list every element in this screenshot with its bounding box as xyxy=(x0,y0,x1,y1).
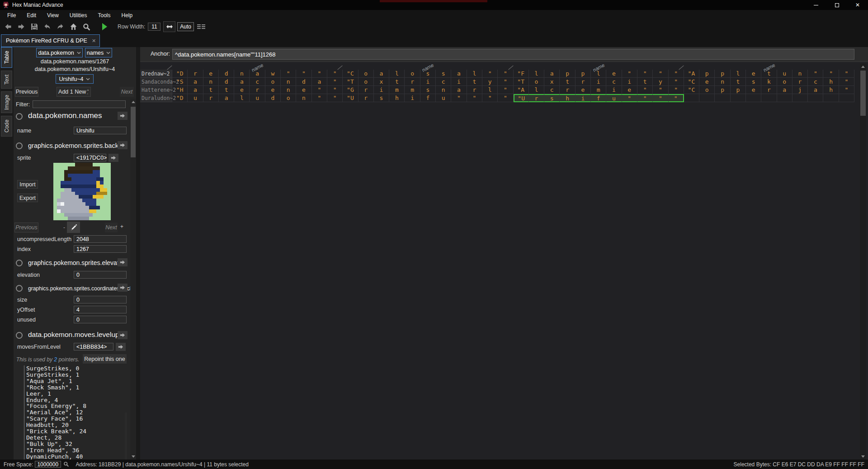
side-tab-table[interactable]: Table xyxy=(1,47,12,68)
hex-cell[interactable]: a xyxy=(188,86,203,94)
hex-cell[interactable] xyxy=(761,94,777,102)
levelup-section-radio[interactable] xyxy=(16,332,23,339)
hex-cell[interactable]: c xyxy=(544,86,560,94)
tab-pokemon-firered[interactable]: Pokémon FireRed CFRU & DPE ✕ xyxy=(1,34,100,47)
hex-cell[interactable]: "H xyxy=(172,86,188,94)
hex-cell[interactable]: r xyxy=(560,86,575,94)
hex-cell[interactable]: a xyxy=(808,86,823,94)
main-scrollbar[interactable] xyxy=(860,63,866,460)
hex-cell[interactable]: t xyxy=(467,78,482,86)
panel-splitter[interactable] xyxy=(136,47,140,460)
free-space-input[interactable]: 1000000 xyxy=(35,461,61,468)
hex-cell[interactable]: "C xyxy=(684,78,699,86)
hex-cell[interactable]: " xyxy=(622,94,637,102)
hex-cell[interactable]: f xyxy=(591,94,606,102)
hex-cell[interactable]: a xyxy=(374,70,389,78)
hex-cell[interactable]: h xyxy=(389,94,405,102)
hex-cell[interactable]: " xyxy=(669,94,684,102)
hex-cell[interactable]: " xyxy=(498,94,513,102)
next-page-button[interactable]: Next xyxy=(105,223,118,232)
hex-cell[interactable]: l xyxy=(389,70,405,78)
sprites-back-goto-button[interactable] xyxy=(118,141,127,149)
hex-cell[interactable]: n xyxy=(234,70,250,78)
names-section-radio[interactable] xyxy=(16,113,23,120)
hex-cell[interactable]: u xyxy=(777,70,793,78)
hex-cell[interactable]: s xyxy=(420,70,436,78)
hex-cell[interactable]: a xyxy=(188,78,203,86)
hex-cell[interactable]: o xyxy=(281,94,296,102)
hex-cell[interactable]: a xyxy=(451,86,467,94)
hex-cell[interactable]: r xyxy=(359,86,374,94)
hex-cell[interactable]: e xyxy=(576,86,591,94)
hex-cell[interactable]: " xyxy=(312,86,327,94)
hex-cell[interactable]: s xyxy=(420,86,436,94)
zoom-out-label[interactable]: - xyxy=(63,224,65,231)
hex-cell[interactable]: " xyxy=(327,94,343,102)
hex-cell[interactable]: m xyxy=(389,86,405,94)
hex-cell[interactable]: " xyxy=(498,78,513,86)
hex-cell[interactable]: h xyxy=(560,94,575,102)
hex-cell[interactable]: l xyxy=(731,70,746,78)
hex-cell[interactable]: d xyxy=(219,78,234,86)
elevation-goto-button[interactable] xyxy=(118,258,127,266)
hex-cell[interactable] xyxy=(684,94,699,102)
menu-item-tools[interactable]: Tools xyxy=(93,11,116,20)
hex-cell[interactable]: e xyxy=(606,70,622,78)
hex-cell[interactable]: d xyxy=(265,94,281,102)
hex-cell[interactable]: " xyxy=(327,70,343,78)
hex-cell[interactable]: a xyxy=(544,70,560,78)
hex-cell[interactable]: h xyxy=(823,78,839,86)
search-button[interactable] xyxy=(80,21,93,32)
hex-cell[interactable]: e xyxy=(265,86,281,94)
hex-cell[interactable]: "S xyxy=(172,78,188,86)
hex-cell[interactable]: u xyxy=(188,94,203,102)
hex-cell[interactable]: t xyxy=(761,70,777,78)
hex-cell[interactable]: c xyxy=(808,78,823,86)
hex-cell[interactable]: " xyxy=(327,78,343,86)
hex-cell[interactable]: w xyxy=(265,70,281,78)
hex-cell[interactable]: i xyxy=(606,86,622,94)
side-tab-code[interactable]: Code xyxy=(1,116,12,137)
hex-cell[interactable]: i xyxy=(405,94,420,102)
hex-cell[interactable]: "U xyxy=(343,94,358,102)
hex-cell[interactable]: p xyxy=(731,86,746,94)
hex-cell[interactable]: "C xyxy=(343,70,358,78)
hex-cell[interactable]: " xyxy=(312,94,327,102)
hex-cell[interactable]: c xyxy=(436,78,451,86)
hex-cell[interactable]: " xyxy=(451,94,467,102)
elevation-section-radio[interactable] xyxy=(16,260,23,266)
forward-button[interactable] xyxy=(15,21,27,32)
hex-cell[interactable]: p xyxy=(560,70,575,78)
hex-cell[interactable]: o xyxy=(359,70,374,78)
hex-cell[interactable]: i xyxy=(374,86,389,94)
table-dropdown[interactable]: data.pokemon xyxy=(36,48,83,57)
hex-cell[interactable]: "A xyxy=(684,70,699,78)
column-mode-button[interactable] xyxy=(195,21,207,32)
hex-cell[interactable]: " xyxy=(327,86,343,94)
hex-cell[interactable]: e xyxy=(746,86,761,94)
hex-cell[interactable]: l xyxy=(529,70,544,78)
anchor-input[interactable]: ^data.pokemon.names[name""11]1268 xyxy=(172,49,854,60)
hex-cell[interactable]: " xyxy=(296,70,311,78)
coordinates-goto-button[interactable] xyxy=(118,284,127,292)
hex-cell[interactable]: t xyxy=(219,86,234,94)
hex-cell[interactable]: l xyxy=(482,86,498,94)
side-tab-text[interactable]: Text xyxy=(1,71,12,89)
hex-cell[interactable]: p xyxy=(715,70,730,78)
hex-cell[interactable] xyxy=(839,94,854,102)
hex-cell[interactable]: l xyxy=(234,94,250,102)
hex-cell[interactable]: m xyxy=(591,86,606,94)
hex-cell[interactable]: a xyxy=(451,70,467,78)
scroll-down-arrow[interactable] xyxy=(860,453,866,460)
hex-cell[interactable]: x xyxy=(374,78,389,86)
hex-cell[interactable] xyxy=(777,94,793,102)
hex-cell[interactable]: p xyxy=(699,70,715,78)
auto-width-toggle[interactable]: Auto xyxy=(177,22,194,31)
hex-cell[interactable]: o xyxy=(405,70,420,78)
add-count-spinner[interactable]: +- xyxy=(87,89,89,95)
hex-cell[interactable]: r xyxy=(467,86,482,94)
hex-cell[interactable]: " xyxy=(622,70,637,78)
hex-cell[interactable]: i xyxy=(591,78,606,86)
hex-cell[interactable]: y xyxy=(653,78,668,86)
hex-cell[interactable]: n xyxy=(203,78,219,86)
